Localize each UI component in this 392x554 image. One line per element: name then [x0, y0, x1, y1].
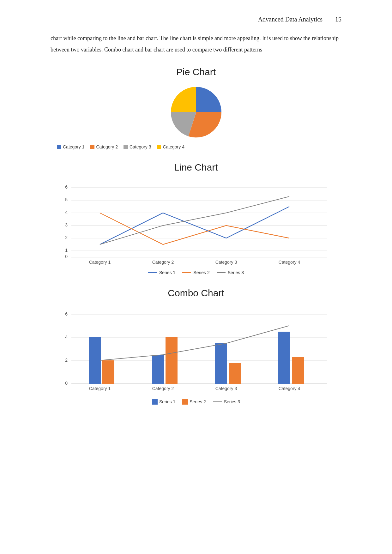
- header-title: Advanced Data Analytics: [258, 16, 323, 23]
- x-label-cat4: Category 4: [278, 260, 300, 265]
- pie-legend-swatch-2: [90, 145, 94, 149]
- pie-legend-swatch-1: [57, 145, 61, 149]
- combo-bar-cat3-s1: [215, 343, 227, 384]
- combo-legend-series2: Series 2: [182, 399, 206, 405]
- combo-bar-cat1-s1: [89, 337, 101, 384]
- line-legend-label-1: Series 1: [159, 270, 175, 275]
- combo-legend-label-3: Series 3: [224, 399, 240, 404]
- y-label-6: 6: [65, 184, 68, 190]
- x-label-cat1: Category 1: [89, 260, 111, 265]
- combo-line-series3: [100, 326, 289, 360]
- pie-segment-1: [196, 87, 221, 112]
- pie-legend-swatch-3: [124, 145, 128, 149]
- line-legend-line-2: [182, 272, 191, 273]
- line-legend-series2: Series 2: [182, 270, 209, 275]
- pie-legend-swatch-4: [157, 145, 161, 149]
- pie-chart-section: Pie Chart: [51, 67, 341, 149]
- pie-legend: Category 1 Category 2 Category 3 Categor…: [51, 144, 184, 149]
- combo-legend-swatch-2: [182, 399, 188, 405]
- line-legend-label-2: Series 2: [193, 270, 209, 275]
- page: Advanced Data Analytics 15 chart while c…: [0, 0, 392, 554]
- line-series-2: [100, 213, 289, 244]
- line-chart-wrap: 6 5 4 3 2 1 0: [51, 179, 341, 275]
- y-label-1: 1: [65, 248, 68, 253]
- y-label-0: 0: [65, 254, 68, 259]
- pie-legend-label-1: Category 1: [63, 144, 84, 149]
- combo-chart-section: Combo Chart 6 4 2 0: [51, 288, 341, 405]
- x-label-cat3: Category 3: [215, 260, 237, 265]
- combo-y-label-2: 2: [65, 358, 68, 363]
- pie-legend-item-2: Category 2: [90, 144, 118, 149]
- combo-bar-cat4-s2: [292, 357, 304, 384]
- combo-x-label-cat3: Category 3: [215, 386, 237, 391]
- combo-bar-cat2-s1: [152, 355, 164, 384]
- page-number: 15: [335, 16, 341, 23]
- combo-chart-wrap: 6 4 2 0: [51, 305, 341, 405]
- combo-chart-legend: Series 1 Series 2 Series 3: [51, 399, 341, 405]
- pie-legend-item-3: Category 3: [124, 144, 151, 149]
- combo-bar-cat1-s2: [102, 360, 114, 384]
- pie-segment-4: [171, 87, 196, 112]
- combo-legend-label-2: Series 2: [190, 399, 206, 404]
- line-legend-series1: Series 1: [148, 270, 175, 275]
- pie-chart-title: Pie Chart: [176, 67, 216, 77]
- pie-legend-label-2: Category 2: [96, 144, 118, 149]
- combo-x-label-cat2: Category 2: [152, 386, 174, 391]
- combo-chart-svg: 6 4 2 0: [59, 305, 334, 396]
- x-label-cat2: Category 2: [152, 260, 174, 265]
- pie-chart-svg: [161, 84, 231, 141]
- combo-bar-cat2-s2: [166, 337, 178, 384]
- combo-legend-series1: Series 1: [152, 399, 175, 405]
- pie-legend-label-3: Category 3: [130, 144, 151, 149]
- combo-y-label-4: 4: [65, 334, 68, 340]
- y-label-4: 4: [65, 210, 68, 215]
- combo-bar-cat3-s2: [229, 363, 241, 384]
- combo-legend-swatch-1: [152, 399, 158, 405]
- line-legend-series3: Series 3: [217, 270, 244, 275]
- pie-legend-item-1: Category 1: [57, 144, 84, 149]
- y-label-3: 3: [65, 222, 68, 227]
- combo-legend-series3: Series 3: [213, 399, 240, 404]
- line-chart-svg: 6 5 4 3 2 1 0: [59, 179, 334, 268]
- y-label-2: 2: [65, 235, 68, 240]
- combo-y-label-6: 6: [65, 311, 68, 316]
- pie-svg-wrap: [51, 84, 341, 141]
- combo-legend-label-1: Series 1: [159, 399, 175, 404]
- combo-x-label-cat1: Category 1: [89, 386, 111, 391]
- combo-bar-cat4-s1: [278, 332, 290, 384]
- combo-chart-title: Combo Chart: [168, 288, 224, 298]
- line-legend-line-3: [217, 272, 226, 273]
- combo-y-label-0: 0: [65, 381, 68, 386]
- line-chart-legend: Series 1 Series 2 Series 3: [51, 270, 341, 275]
- line-chart-section: Line Chart 6 5 4 3 2 1 0: [51, 162, 341, 275]
- line-legend-line-1: [148, 272, 157, 273]
- pie-legend-item-4: Category 4: [157, 144, 184, 149]
- line-chart-title: Line Chart: [174, 162, 218, 173]
- line-legend-label-3: Series 3: [228, 270, 244, 275]
- pie-container: Category 1 Category 2 Category 3 Categor…: [51, 84, 341, 149]
- pie-legend-label-4: Category 4: [163, 144, 184, 149]
- page-header: Advanced Data Analytics 15: [51, 16, 341, 23]
- body-text: chart while comparing to the line and ba…: [51, 33, 341, 55]
- y-label-5: 5: [65, 197, 68, 202]
- combo-x-label-cat4: Category 4: [278, 386, 300, 391]
- combo-legend-line-3: [213, 401, 222, 402]
